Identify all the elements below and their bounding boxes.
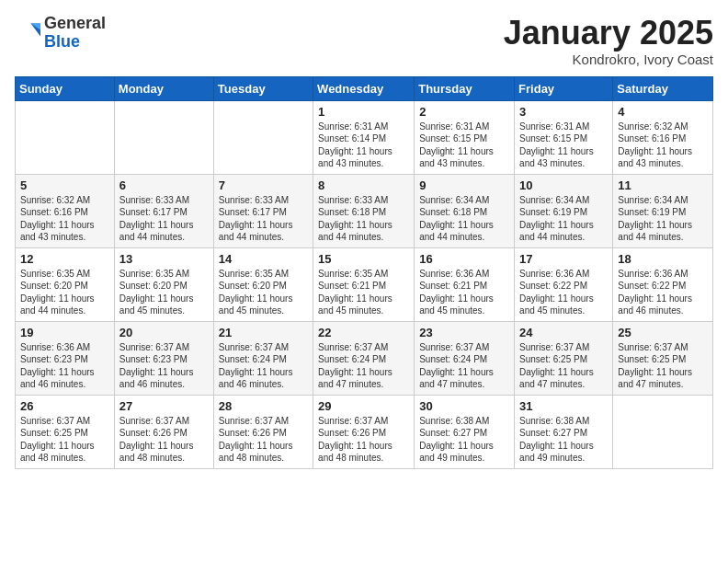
day-number: 3 (519, 105, 608, 119)
calendar-cell: 14Sunrise: 6:35 AM Sunset: 6:20 PM Dayli… (213, 247, 313, 321)
calendar-cell: 19Sunrise: 6:36 AM Sunset: 6:23 PM Dayli… (16, 321, 115, 395)
calendar-cell: 3Sunrise: 6:31 AM Sunset: 6:15 PM Daylig… (515, 100, 613, 174)
day-info: Sunrise: 6:37 AM Sunset: 6:26 PM Dayligh… (219, 415, 308, 465)
day-info: Sunrise: 6:37 AM Sunset: 6:25 PM Dayligh… (20, 415, 109, 465)
day-number: 28 (219, 399, 308, 413)
calendar-cell: 30Sunrise: 6:38 AM Sunset: 6:27 PM Dayli… (415, 395, 515, 468)
day-number: 26 (20, 399, 109, 413)
day-info: Sunrise: 6:32 AM Sunset: 6:16 PM Dayligh… (618, 121, 708, 170)
weekday-header-wednesday: Wednesday (313, 76, 415, 100)
calendar-cell: 9Sunrise: 6:34 AM Sunset: 6:18 PM Daylig… (415, 174, 515, 247)
day-number: 27 (119, 399, 209, 413)
day-number: 6 (119, 178, 209, 192)
day-number: 30 (419, 399, 509, 413)
calendar-cell: 18Sunrise: 6:36 AM Sunset: 6:22 PM Dayli… (613, 247, 713, 321)
calendar-table: SundayMondayTuesdayWednesdayThursdayFrid… (15, 76, 713, 469)
weekday-header-monday: Monday (114, 76, 213, 100)
title-block: January 2025 Kondrokro, Ivory Coast (504, 15, 713, 67)
calendar-cell: 26Sunrise: 6:37 AM Sunset: 6:25 PM Dayli… (16, 395, 115, 468)
day-number: 13 (119, 252, 209, 266)
day-number: 5 (20, 178, 109, 192)
weekday-header-row: SundayMondayTuesdayWednesdayThursdayFrid… (16, 76, 713, 100)
calendar-cell: 25Sunrise: 6:37 AM Sunset: 6:25 PM Dayli… (613, 321, 713, 395)
logo-general-text: General (44, 15, 106, 33)
calendar-cell (613, 395, 713, 468)
day-number: 8 (318, 178, 409, 192)
calendar-cell: 22Sunrise: 6:37 AM Sunset: 6:24 PM Dayli… (313, 321, 415, 395)
calendar-cell: 29Sunrise: 6:37 AM Sunset: 6:26 PM Dayli… (313, 395, 415, 468)
calendar-cell: 5Sunrise: 6:32 AM Sunset: 6:16 PM Daylig… (16, 174, 115, 247)
calendar-cell: 7Sunrise: 6:33 AM Sunset: 6:17 PM Daylig… (213, 174, 313, 247)
day-number: 22 (318, 326, 409, 339)
day-number: 31 (519, 399, 608, 413)
day-info: Sunrise: 6:32 AM Sunset: 6:16 PM Dayligh… (20, 194, 109, 244)
logo-text: General Blue (44, 15, 106, 52)
day-number: 25 (618, 326, 708, 339)
day-info: Sunrise: 6:38 AM Sunset: 6:27 PM Dayligh… (519, 415, 608, 465)
day-number: 7 (219, 178, 308, 192)
calendar-cell: 8Sunrise: 6:33 AM Sunset: 6:18 PM Daylig… (313, 174, 415, 247)
day-info: Sunrise: 6:31 AM Sunset: 6:14 PM Dayligh… (318, 121, 409, 170)
day-number: 12 (20, 252, 109, 266)
day-number: 11 (618, 178, 708, 192)
calendar-cell: 24Sunrise: 6:37 AM Sunset: 6:25 PM Dayli… (515, 321, 613, 395)
day-info: Sunrise: 6:34 AM Sunset: 6:18 PM Dayligh… (419, 194, 509, 244)
day-number: 1 (318, 105, 409, 119)
calendar-cell: 23Sunrise: 6:37 AM Sunset: 6:24 PM Dayli… (415, 321, 515, 395)
day-info: Sunrise: 6:34 AM Sunset: 6:19 PM Dayligh… (618, 194, 708, 244)
calendar-week-1: 1Sunrise: 6:31 AM Sunset: 6:14 PM Daylig… (16, 100, 713, 174)
calendar-cell: 11Sunrise: 6:34 AM Sunset: 6:19 PM Dayli… (613, 174, 713, 247)
day-number: 16 (419, 252, 509, 266)
calendar-cell (114, 100, 213, 174)
day-info: Sunrise: 6:37 AM Sunset: 6:23 PM Dayligh… (119, 341, 209, 391)
day-number: 17 (519, 252, 608, 266)
day-info: Sunrise: 6:36 AM Sunset: 6:23 PM Dayligh… (20, 341, 109, 391)
calendar-cell: 13Sunrise: 6:35 AM Sunset: 6:20 PM Dayli… (114, 247, 213, 321)
day-number: 29 (318, 399, 409, 413)
calendar-cell: 15Sunrise: 6:35 AM Sunset: 6:21 PM Dayli… (313, 247, 415, 321)
day-number: 9 (419, 178, 509, 192)
calendar-cell: 31Sunrise: 6:38 AM Sunset: 6:27 PM Dayli… (515, 395, 613, 468)
day-info: Sunrise: 6:35 AM Sunset: 6:21 PM Dayligh… (318, 268, 409, 317)
logo-icon (15, 20, 40, 46)
day-number: 14 (219, 252, 308, 266)
day-info: Sunrise: 6:31 AM Sunset: 6:15 PM Dayligh… (419, 121, 509, 170)
day-info: Sunrise: 6:37 AM Sunset: 6:25 PM Dayligh… (519, 341, 608, 391)
calendar-cell: 2Sunrise: 6:31 AM Sunset: 6:15 PM Daylig… (415, 100, 515, 174)
calendar-week-4: 19Sunrise: 6:36 AM Sunset: 6:23 PM Dayli… (16, 321, 713, 395)
day-info: Sunrise: 6:37 AM Sunset: 6:25 PM Dayligh… (618, 341, 708, 391)
day-info: Sunrise: 6:36 AM Sunset: 6:21 PM Dayligh… (419, 268, 509, 317)
calendar-cell: 6Sunrise: 6:33 AM Sunset: 6:17 PM Daylig… (114, 174, 213, 247)
day-number: 2 (419, 105, 509, 119)
calendar-cell: 16Sunrise: 6:36 AM Sunset: 6:21 PM Dayli… (415, 247, 515, 321)
day-number: 15 (318, 252, 409, 266)
day-info: Sunrise: 6:37 AM Sunset: 6:26 PM Dayligh… (318, 415, 409, 465)
day-info: Sunrise: 6:36 AM Sunset: 6:22 PM Dayligh… (519, 268, 608, 317)
day-info: Sunrise: 6:33 AM Sunset: 6:17 PM Dayligh… (119, 194, 209, 244)
calendar-cell (16, 100, 115, 174)
calendar-cell: 21Sunrise: 6:37 AM Sunset: 6:24 PM Dayli… (213, 321, 313, 395)
day-info: Sunrise: 6:35 AM Sunset: 6:20 PM Dayligh… (20, 268, 109, 317)
calendar-week-5: 26Sunrise: 6:37 AM Sunset: 6:25 PM Dayli… (16, 395, 713, 468)
calendar-cell: 17Sunrise: 6:36 AM Sunset: 6:22 PM Dayli… (515, 247, 613, 321)
day-number: 23 (419, 326, 509, 339)
weekday-header-sunday: Sunday (16, 76, 115, 100)
day-info: Sunrise: 6:35 AM Sunset: 6:20 PM Dayligh… (219, 268, 308, 317)
logo-blue-text: Blue (44, 33, 106, 52)
day-number: 19 (20, 326, 109, 339)
weekday-header-friday: Friday (515, 76, 613, 100)
weekday-header-tuesday: Tuesday (213, 76, 313, 100)
day-number: 4 (618, 105, 708, 119)
month-title: January 2025 (504, 15, 713, 52)
day-number: 24 (519, 326, 608, 339)
day-info: Sunrise: 6:36 AM Sunset: 6:22 PM Dayligh… (618, 268, 708, 317)
day-info: Sunrise: 6:37 AM Sunset: 6:24 PM Dayligh… (318, 341, 409, 391)
day-number: 10 (519, 178, 608, 192)
page-header: General Blue January 2025 Kondrokro, Ivo… (15, 15, 713, 67)
calendar-cell: 12Sunrise: 6:35 AM Sunset: 6:20 PM Dayli… (16, 247, 115, 321)
calendar-cell: 4Sunrise: 6:32 AM Sunset: 6:16 PM Daylig… (613, 100, 713, 174)
logo: General Blue (15, 15, 106, 52)
day-info: Sunrise: 6:37 AM Sunset: 6:24 PM Dayligh… (219, 341, 308, 391)
day-info: Sunrise: 6:34 AM Sunset: 6:19 PM Dayligh… (519, 194, 608, 244)
calendar-week-2: 5Sunrise: 6:32 AM Sunset: 6:16 PM Daylig… (16, 174, 713, 247)
